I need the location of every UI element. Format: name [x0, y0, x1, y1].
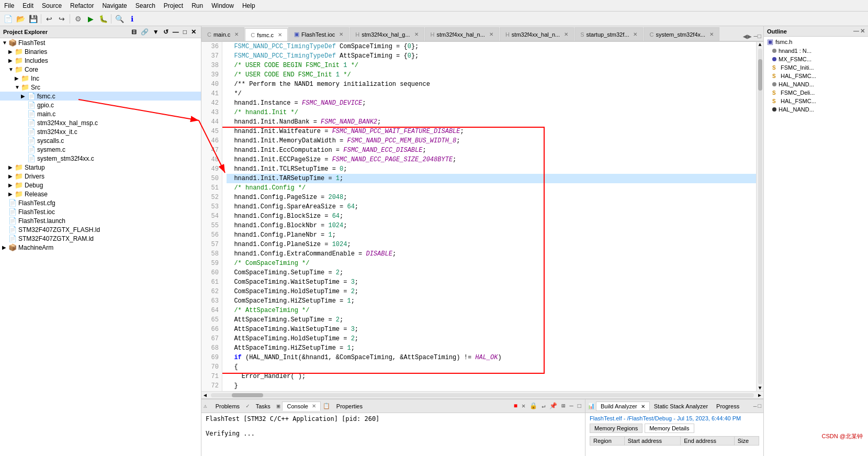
v-scrollbar-track[interactable] [758, 49, 762, 384]
tree-item-startup[interactable]: ▶ 📁 Startup [0, 163, 201, 172]
scroll-up-btn[interactable]: ▲ [758, 42, 761, 48]
tree-item-drivers[interactable]: ▶ 📁 Drivers [0, 172, 201, 181]
tab-problems[interactable]: Problems [211, 402, 244, 410]
menu-window[interactable]: Window [207, 1, 238, 10]
tab-close-ioc[interactable]: ✕ [339, 31, 343, 37]
search-toolbar-btn[interactable]: 🔍 [114, 13, 125, 25]
outline-item-fsmc-h[interactable]: ▣ fsmc.h [764, 37, 868, 47]
menu-run[interactable]: Run [187, 1, 207, 10]
h-scrollbar-thumb[interactable] [232, 393, 263, 397]
tree-item-ram-ld[interactable]: 📄 STM32F407ZGTX_RAM.ld [0, 234, 201, 243]
outline-item-mx-fsmc[interactable]: MX_FSMC... [764, 55, 868, 63]
debug-btn[interactable]: 🐛 [97, 13, 109, 25]
tab-fsmc-c[interactable]: C fsmc.c ✕ [245, 28, 288, 42]
tree-item-includes[interactable]: ▶ 📁 Includes [0, 56, 201, 65]
filter-icon[interactable]: ▼ [151, 28, 161, 36]
menu-help[interactable]: Help [238, 1, 260, 10]
new-file-btn[interactable]: 📄 [2, 13, 14, 25]
word-wrap-btn[interactable]: ↵ [540, 402, 547, 410]
editor-scrollbar-h[interactable]: ◀ ▶ [201, 391, 763, 398]
outline-item-hal-nand1[interactable]: HAL_NAND... [764, 80, 868, 88]
run-btn[interactable]: ▶ [85, 13, 96, 25]
tree-item-main-c[interactable]: 📄 main.c [0, 109, 201, 118]
tree-item-fsmc-c[interactable]: ▶ 📄 fsmc.c [0, 92, 201, 101]
maximize-console-btn[interactable]: □ [576, 402, 583, 410]
tab-hal-n2[interactable]: H stm32f4xx_hal_n... ✕ [500, 27, 574, 41]
minimize-editor-icon[interactable]: — [754, 33, 758, 40]
min-build-icon[interactable]: — [753, 403, 757, 409]
sync-icon[interactable]: ↺ [162, 28, 170, 36]
outline-item-hnand1[interactable]: hnand1 : N... [764, 47, 868, 55]
tab-static-stack[interactable]: Static Stack Analyzer [650, 402, 712, 410]
tab-close-hal-g[interactable]: ✕ [414, 31, 419, 37]
tab-console[interactable]: Console ✕ [282, 402, 320, 411]
redo-btn[interactable]: ↪ [56, 13, 67, 25]
tree-item-inc[interactable]: ▶ 📁 Inc [0, 74, 201, 83]
tab-properties[interactable]: Properties [332, 402, 367, 410]
close-panel-icon[interactable]: ✕ [189, 28, 198, 36]
open-btn[interactable]: 📂 [15, 13, 26, 25]
tab-system-stm32[interactable]: C system_stm32f4x... ✕ [644, 27, 719, 41]
tab-startup[interactable]: S startup_stm32f... ✕ [574, 27, 643, 41]
menu-source[interactable]: Source [38, 1, 66, 10]
tab-build-analyzer[interactable]: Build Analyzer ✕ [596, 402, 650, 411]
close-outline-icon[interactable]: ✕ [860, 28, 865, 35]
tree-item-stm32-it[interactable]: 📄 stm32f4xx_it.c [0, 127, 201, 136]
scroll-lock-btn[interactable]: 🔒 [528, 402, 539, 410]
tab-close-main[interactable]: ✕ [234, 31, 239, 37]
tree-item-flashtest-launch[interactable]: 📄 FlashTest.launch [0, 216, 201, 225]
tree-item-flash-ld[interactable]: 📄 STM32F407ZGTX_FLASH.ld [0, 225, 201, 234]
menu-refactor[interactable]: Refactor [66, 1, 98, 10]
v-scrollbar[interactable]: ▲ ▼ [756, 42, 763, 391]
tab-close-hal-n2[interactable]: ✕ [564, 31, 568, 37]
tree-item-system-stm32[interactable]: 📄 system_stm32f4xx.c [0, 154, 201, 163]
link-editor-icon[interactable]: 🔗 [139, 28, 150, 36]
menu-file[interactable]: File [0, 1, 18, 10]
tab-hal-g[interactable]: H stm32f4xx_hal_g... ✕ [350, 27, 424, 41]
console-tab-close[interactable]: ✕ [312, 403, 316, 409]
tab-ioc[interactable]: ▣ FlashTest.ioc ✕ [288, 27, 349, 41]
outline-item-fsmc-initi[interactable]: S FSMC_Initi... [764, 63, 868, 72]
tab-progress[interactable]: Progress [712, 402, 743, 410]
tree-item-release[interactable]: ▶ 📁 Release [0, 190, 201, 198]
minimize-console-btn[interactable]: — [568, 402, 575, 410]
menu-navigate[interactable]: Navigate [98, 1, 131, 10]
build-btn[interactable]: ⚙ [72, 13, 84, 25]
tree-item-flashtest-ioc[interactable]: 📄 FlashTest.ioc [0, 207, 201, 216]
tab-tasks[interactable]: Tasks [252, 402, 275, 410]
collapse-all-icon[interactable]: ⊟ [130, 28, 138, 36]
subtab-memory-regions[interactable]: Memory Regions [590, 424, 642, 433]
info-btn[interactable]: ℹ [126, 13, 138, 25]
outline-item-fsmc-deli[interactable]: S FSMC_Deli... [764, 88, 868, 97]
tree-item-flashtest[interactable]: ▼ 📦 FlashTest [0, 38, 201, 47]
code-content[interactable]: FSMC_NAND_PCC_TimingTypeDef ComSpaceTimi… [222, 42, 763, 391]
tab-close-system[interactable]: ✕ [709, 31, 714, 37]
minimize-panel-icon[interactable]: — [171, 28, 181, 36]
tab-scroll-right[interactable]: ▶ [747, 32, 751, 41]
subtab-memory-details[interactable]: Memory Details [645, 424, 694, 433]
pin-btn[interactable]: 📌 [548, 402, 559, 410]
maximize-editor-icon[interactable]: □ [758, 33, 761, 40]
tree-item-debug[interactable]: ▶ 📁 Debug [0, 181, 201, 190]
outline-item-hal-fsmc2[interactable]: S HAL_FSMC... [764, 97, 868, 105]
clear-btn[interactable]: ✕ [520, 402, 527, 410]
undo-btn[interactable]: ↩ [43, 13, 55, 25]
tab-scroll-left[interactable]: ◀ [743, 32, 747, 41]
scroll-left-btn[interactable]: ◀ [201, 392, 209, 398]
outline-item-hal-nand2[interactable]: HAL_NAND... [764, 105, 868, 114]
collapse-outline-icon[interactable]: — [853, 28, 859, 35]
menu-search[interactable]: Search [131, 1, 160, 10]
tree-item-syscalls[interactable]: 📄 syscalls.c [0, 136, 201, 145]
tree-item-core[interactable]: ▼ 📁 Core [0, 65, 201, 74]
tab-close-fsmc[interactable]: ✕ [278, 32, 282, 38]
tab-close-startup[interactable]: ✕ [633, 31, 637, 37]
menu-project[interactable]: Project [160, 1, 187, 10]
v-scrollbar-thumb[interactable] [758, 59, 762, 91]
scroll-right-btn[interactable]: ▶ [756, 392, 763, 398]
tree-item-machinearm[interactable]: ▶ 📦 MachineArm [0, 243, 201, 252]
tab-close-hal-n1[interactable]: ✕ [489, 31, 493, 37]
maximize-panel-icon[interactable]: □ [182, 28, 188, 36]
scroll-down-btn[interactable]: ▼ [758, 385, 761, 391]
max-build-icon[interactable]: □ [758, 403, 761, 409]
tree-item-sysmem[interactable]: 📄 sysmem.c [0, 145, 201, 154]
